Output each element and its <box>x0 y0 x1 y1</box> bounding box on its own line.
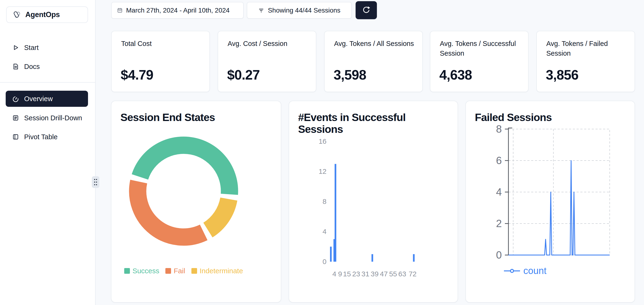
svg-text:0: 0 <box>322 258 326 265</box>
sidebar-item-label: Overview <box>24 95 53 103</box>
legend-label: Indeterminate <box>200 267 243 275</box>
svg-text:47: 47 <box>380 270 388 278</box>
refresh-icon <box>361 5 371 15</box>
play-icon <box>12 44 19 51</box>
failed-sessions-card: Failed Sessions 02468 count <box>465 101 635 303</box>
svg-text:23: 23 <box>352 270 360 278</box>
date-range-label: March 27th, 2024 - April 10th, 2024 <box>126 7 230 14</box>
sidebar-item-label: Session Drill-Down <box>24 114 82 122</box>
app-title: AgentOps <box>25 11 60 19</box>
legend-label: count <box>523 265 546 276</box>
svg-text:39: 39 <box>371 270 378 278</box>
svg-text:12: 12 <box>319 167 326 175</box>
line-chart-legend-count[interactable]: count <box>492 265 558 276</box>
donut-legend: Success Fail Indeterminate <box>112 267 254 275</box>
svg-text:9: 9 <box>338 270 342 278</box>
stat-label: Avg. Tokens / All Sessions <box>334 39 416 49</box>
sidebar-resize-grip[interactable] <box>92 176 99 188</box>
stat-value: 3,856 <box>546 67 578 83</box>
sidebar-item-start[interactable]: Start <box>6 41 88 55</box>
refresh-button[interactable] <box>356 1 377 19</box>
svg-text:15: 15 <box>343 270 351 278</box>
sidebar-item-label: Pivot Table <box>24 133 58 141</box>
stat-label: Total Cost <box>121 39 203 49</box>
stat-card-avg-cost-session: Avg. Cost / Session $0.27 <box>218 31 316 92</box>
sidebar-item-label: Start <box>24 44 38 52</box>
svg-text:4: 4 <box>322 228 326 235</box>
stat-value: $4.79 <box>121 67 153 83</box>
legend-item-success[interactable]: Success <box>124 267 159 275</box>
sidebar-item-session-drill-down[interactable]: Session Drill-Down <box>6 111 88 125</box>
stat-card-total-cost: Total Cost $4.79 <box>111 31 210 92</box>
svg-text:2: 2 <box>496 218 502 229</box>
svg-text:63: 63 <box>398 270 406 278</box>
legend-label: Fail <box>174 267 185 275</box>
indeterminate-swatch-icon <box>192 268 197 274</box>
stat-card-avg-tokens-successful: Avg. Tokens / Successful Session 4,638 <box>430 31 528 92</box>
sidebar-item-pivot-table[interactable]: Pivot Table <box>6 130 88 144</box>
gauge-icon <box>12 95 19 102</box>
svg-text:8: 8 <box>322 197 326 205</box>
stat-value: $0.27 <box>227 67 260 83</box>
sidebar-item-overview[interactable]: Overview <box>6 91 88 107</box>
svg-text:72: 72 <box>408 270 416 278</box>
stat-value: 3,598 <box>334 67 366 83</box>
svg-text:55: 55 <box>389 270 397 278</box>
filter-icon <box>258 7 264 14</box>
success-swatch-icon <box>124 268 130 274</box>
events-in-successful-sessions-card: #Events in Successful Sessions 161284049… <box>289 101 458 303</box>
stat-label: Avg. Tokens / Successful Session <box>440 39 522 58</box>
grip-dots-icon <box>92 176 99 188</box>
session-end-states-card: Session End States Success Fail Indeterm… <box>111 101 281 303</box>
stat-card-avg-tokens-failed: Avg. Tokens / Failed Session 3,856 <box>536 31 635 92</box>
sidebar-divider <box>0 82 96 83</box>
sidebar-item-label: Docs <box>24 63 40 71</box>
stat-value: 4,638 <box>439 67 472 83</box>
logo[interactable]: AgentOps <box>6 7 88 23</box>
svg-text:0: 0 <box>496 249 502 261</box>
legend-item-indeterminate[interactable]: Indeterminate <box>192 267 243 275</box>
stat-card-avg-tokens-all: Avg. Tokens / All Sessions 3,598 <box>324 31 423 92</box>
calendar-icon <box>117 8 122 13</box>
sidebar-item-docs[interactable]: Docs <box>6 60 88 73</box>
legend-item-fail[interactable]: Fail <box>166 267 185 275</box>
svg-text:6: 6 <box>496 155 502 166</box>
svg-text:8: 8 <box>496 123 502 135</box>
sessions-filter-button[interactable]: Showing 44/44 Sessions <box>247 2 352 19</box>
legend-label: Success <box>132 267 159 275</box>
pivot-table-icon <box>12 134 19 140</box>
date-range-button[interactable]: March 27th, 2024 - April 10th, 2024 <box>111 2 244 19</box>
docs-icon <box>12 63 19 70</box>
paperclip-logo-icon <box>13 11 21 19</box>
fail-swatch-icon <box>166 268 171 274</box>
sidebar: AgentOps Start Docs <box>0 0 96 305</box>
bar-chart: 1612840491523313947556372 <box>289 101 458 303</box>
stat-label: Avg. Tokens / Failed Session <box>546 39 628 58</box>
session-drill-down-icon <box>12 115 19 121</box>
svg-text:4: 4 <box>496 186 502 198</box>
svg-text:31: 31 <box>362 270 369 278</box>
stat-label: Avg. Cost / Session <box>228 39 309 49</box>
svg-text:4: 4 <box>332 270 336 278</box>
sessions-filter-label: Showing 44/44 Sessions <box>268 7 340 14</box>
svg-text:16: 16 <box>319 137 326 145</box>
agentops-dashboard: AgentOps Start Docs <box>0 0 644 305</box>
count-series-marker-icon <box>504 268 520 273</box>
